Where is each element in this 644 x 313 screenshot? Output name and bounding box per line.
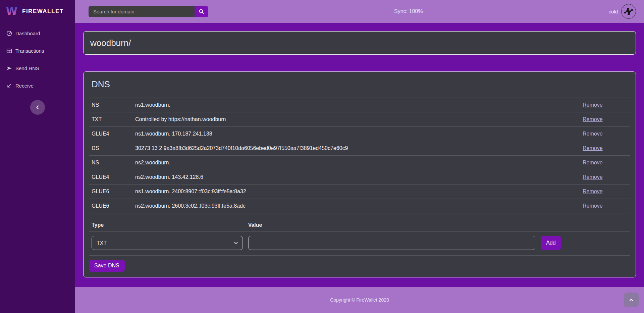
- search-icon: [199, 9, 204, 14]
- chevron-up-icon: [629, 297, 634, 303]
- dns-record-row: GLUE4 ns1.woodburn. 170.187.241.138 Remo…: [89, 127, 630, 141]
- record-type: NS: [89, 98, 132, 112]
- add-record-button[interactable]: Add: [541, 236, 561, 250]
- dns-record-row: NS ns2.woodburn. Remove: [89, 156, 630, 170]
- record-value: 30273 13 2 9a3a8fb3d625d2a2073d740f10da6…: [132, 141, 580, 156]
- dns-card: DNS NS ns1.woodburn. Remove TXT Controll…: [83, 71, 636, 277]
- remove-record-link[interactable]: Remove: [583, 131, 603, 137]
- record-value: ns2.woodburn. 2600:3c02::f03c:93ff:fe5a:…: [132, 199, 580, 213]
- sidebar-item-label: Send HNS: [15, 65, 39, 71]
- remove-record-link[interactable]: Remove: [583, 160, 603, 165]
- transactions-table-icon: [6, 48, 12, 54]
- topbar: Sync: 100% cold: [75, 0, 644, 23]
- sidebar-item-label: Dashboard: [15, 31, 40, 36]
- search-button[interactable]: [195, 6, 208, 17]
- sidebar-item-label: Transactions: [15, 48, 44, 54]
- record-type: GLUE6: [89, 185, 132, 199]
- dns-card-title: DNS: [92, 79, 628, 90]
- main-content: woodburn/ DNS NS ns1.woodburn. Remove TX…: [75, 23, 644, 287]
- type-column-header: Type: [92, 222, 243, 228]
- remove-record-link[interactable]: Remove: [583, 189, 603, 194]
- record-value: ns2.woodburn.: [132, 156, 580, 170]
- firewallet-app: W FIREWALLET Dashboard Transactions: [0, 0, 644, 313]
- sidebar-nav: Dashboard Transactions Send HNS Receive: [0, 23, 75, 115]
- sidebar-item-label: Receive: [15, 83, 34, 89]
- remove-record-link[interactable]: Remove: [583, 116, 603, 122]
- record-value: ns1.woodburn. 170.187.241.138: [132, 127, 580, 141]
- record-type: NS: [89, 156, 132, 170]
- brand-name: FIREWALLET: [22, 8, 64, 15]
- record-type: TXT: [89, 112, 132, 127]
- domain-title: woodburn/: [90, 38, 131, 48]
- add-record-row: TXT Add: [89, 232, 630, 256]
- scroll-to-top-button[interactable]: [624, 293, 639, 307]
- sidebar-collapse-button[interactable]: [30, 100, 45, 115]
- dashboard-gauge-icon: [6, 30, 12, 36]
- value-column-header: Value: [248, 222, 536, 228]
- record-value: Controlled by https://nathan.woodburn: [132, 112, 580, 127]
- dns-record-row: NS ns1.woodburn. Remove: [89, 98, 630, 112]
- remove-record-link[interactable]: Remove: [583, 174, 603, 180]
- remove-record-link[interactable]: Remove: [583, 203, 603, 209]
- dns-records-table: NS ns1.woodburn. Remove TXT Controlled b…: [89, 98, 630, 213]
- firewallet-logo-icon: W: [5, 5, 18, 18]
- brand[interactable]: W FIREWALLET: [0, 0, 75, 23]
- wallet-name: cold: [608, 9, 618, 14]
- record-type: GLUE4: [89, 127, 132, 141]
- svg-text:W: W: [6, 5, 17, 17]
- wallet-indicator: cold: [608, 4, 636, 19]
- dns-record-row: GLUE6 ns1.woodburn. 2400:8907::f03c:93ff…: [89, 185, 630, 199]
- save-dns-button[interactable]: Save DNS: [89, 260, 125, 272]
- domain-search-input[interactable]: [89, 6, 195, 17]
- sidebar-item-send-hns[interactable]: Send HNS: [0, 63, 75, 73]
- record-value: ns1.woodburn.: [132, 98, 580, 112]
- dns-record-row: GLUE6 ns2.woodburn. 2600:3c02::f03c:93ff…: [89, 199, 630, 213]
- sidebar-item-receive[interactable]: Receive: [0, 81, 75, 91]
- remove-record-link[interactable]: Remove: [583, 102, 603, 108]
- sidebar-item-dashboard[interactable]: Dashboard: [0, 28, 75, 38]
- domain-search-group: [89, 6, 208, 17]
- send-plane-icon: [6, 65, 12, 71]
- sync-status: Sync: 100%: [394, 8, 423, 14]
- domain-title-card: woodburn/: [83, 31, 636, 55]
- record-type-select-wrap: TXT: [92, 236, 243, 250]
- remove-record-link[interactable]: Remove: [583, 145, 603, 151]
- receive-arrow-icon: [6, 83, 12, 89]
- handshake-logo-icon[interactable]: [621, 4, 636, 19]
- record-value: ns1.woodburn. 2400:8907::f03c:93ff:fe5a:…: [132, 185, 580, 199]
- content-column: Sync: 100% cold: [75, 0, 644, 313]
- chevron-left-icon: [35, 105, 40, 110]
- dns-record-row: DS 30273 13 2 9a3a8fb3d625d2a2073d740f10…: [89, 141, 630, 156]
- record-type: GLUE6: [89, 199, 132, 213]
- copyright-text: Copyright © FireWallet 2023: [330, 297, 389, 303]
- footer: Copyright © FireWallet 2023: [75, 287, 644, 313]
- record-type: DS: [89, 141, 132, 156]
- record-value-input[interactable]: [248, 236, 536, 250]
- sidebar-item-transactions[interactable]: Transactions: [0, 46, 75, 56]
- dns-record-row: GLUE4 ns2.woodburn. 143.42.128.6 Remove: [89, 170, 630, 185]
- dns-record-row: TXT Controlled by https://nathan.woodbur…: [89, 112, 630, 127]
- sidebar: W FIREWALLET Dashboard Transactions: [0, 0, 75, 313]
- record-value: ns2.woodburn. 143.42.128.6: [132, 170, 580, 185]
- record-type-select[interactable]: TXT: [92, 236, 243, 250]
- add-record-headers: Type Value: [89, 222, 630, 232]
- record-type: GLUE4: [89, 170, 132, 185]
